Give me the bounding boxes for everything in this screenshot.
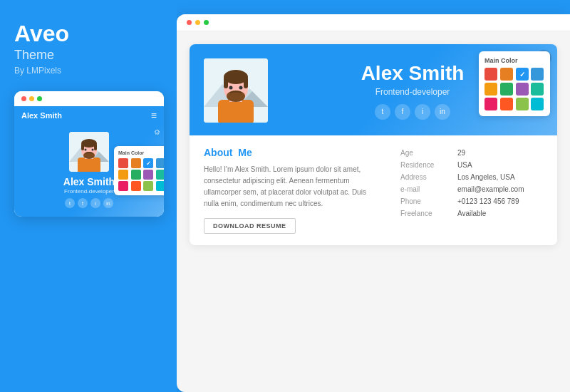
color-cell-main[interactable] — [531, 83, 544, 96]
color-cell-mini[interactable] — [118, 170, 128, 180]
about-heading: About Me — [204, 147, 379, 158]
info-row: FreelanceAvailable — [400, 207, 543, 220]
mobile-nav-bar: Alex Smith ≡ — [14, 106, 164, 125]
info-value[interactable]: email@example.com — [457, 183, 543, 195]
social-linkedin-mini[interactable]: in — [103, 198, 113, 208]
info-label: Address — [400, 171, 457, 183]
color-cell-main[interactable] — [484, 98, 497, 110]
social-linkedin[interactable]: in — [435, 104, 450, 120]
mobile-hero: ⚙ — [14, 125, 164, 217]
svg-rect-15 — [218, 100, 254, 123]
svg-point-23 — [239, 86, 243, 90]
info-label: Age — [400, 147, 457, 159]
about-section: About Me Hello! I'm Alex Smith. Lorem ip… — [190, 135, 557, 245]
brand-title: Aveo — [14, 21, 69, 46]
mobile-mockup: Alex Smith ≡ ⚙ — [14, 91, 164, 217]
color-cell-mini[interactable] — [143, 181, 153, 191]
profile-card: Alex Smith Frontend-developer t f i in ⚙… — [190, 44, 557, 245]
svg-rect-8 — [94, 143, 97, 150]
social-instagram-mini[interactable]: i — [90, 198, 100, 208]
mobile-socials: t f i in — [65, 198, 113, 208]
info-table: Age29ResidenceUSAAddressLos Angeles, USA… — [400, 147, 543, 220]
dot-yellow — [29, 96, 34, 101]
mobile-profile-role: Frontend-developer — [64, 188, 114, 195]
social-twitter[interactable]: t — [375, 104, 390, 120]
about-text: Hello! I'm Alex Smith. Lorem ipsum dolor… — [204, 164, 379, 210]
color-cell-main[interactable] — [484, 68, 497, 81]
svg-rect-3 — [78, 158, 100, 172]
color-cell-mini[interactable] — [143, 170, 153, 180]
dot-red — [21, 96, 26, 101]
info-value: 29 — [457, 147, 543, 159]
gear-icon-mini[interactable]: ⚙ — [154, 128, 160, 136]
social-twitter-mini[interactable]: t — [65, 198, 75, 208]
brand-by: By LMPixels — [14, 66, 61, 76]
info-row: Phone+0123 123 456 789 — [400, 195, 543, 207]
info-value: +0123 123 456 789 — [457, 195, 543, 207]
svg-rect-7 — [81, 143, 84, 150]
svg-point-10 — [85, 149, 87, 151]
color-grid-main — [484, 68, 544, 110]
color-cell-mini[interactable] — [118, 158, 128, 168]
about-heading-blue: Me — [238, 147, 252, 158]
about-heading-black: About — [204, 147, 232, 158]
info-value: Los Angeles, USA — [457, 171, 543, 183]
info-label: Residence — [400, 159, 457, 171]
color-cell-main[interactable] — [531, 98, 544, 110]
color-cell-mini[interactable] — [143, 158, 153, 168]
color-picker-mini-title: Main Color — [118, 150, 164, 155]
profile-socials: t f i in — [375, 104, 450, 120]
svg-rect-20 — [244, 77, 248, 88]
info-row: e-mailemail@example.com — [400, 183, 543, 195]
color-cell-mini[interactable] — [131, 170, 141, 180]
color-picker-main-title: Main Color — [484, 57, 544, 64]
svg-rect-19 — [224, 77, 228, 88]
browser-dot-yellow — [195, 20, 200, 25]
right-panel: Alex Smith Frontend-developer t f i in ⚙… — [177, 14, 570, 392]
profile-name: Alex Smith — [361, 62, 465, 85]
color-picker-mini: Main Color — [114, 146, 164, 195]
color-cell-mini[interactable] — [118, 181, 128, 191]
color-cell-mini[interactable] — [156, 158, 165, 168]
info-value: Available — [457, 207, 543, 220]
color-cell-main[interactable] — [516, 98, 529, 110]
color-cell-mini[interactable] — [131, 181, 141, 191]
color-cell-mini[interactable] — [156, 181, 165, 191]
color-grid-mini — [118, 158, 164, 191]
mobile-avatar — [69, 132, 109, 172]
about-left: About Me Hello! I'm Alex Smith. Lorem ip… — [204, 147, 379, 234]
download-resume-button[interactable]: DOWNLOAD RESUME — [204, 218, 296, 234]
left-panel: Aveo Theme By LMPixels Alex Smith ≡ ⚙ — [0, 0, 177, 392]
color-cell-main[interactable] — [516, 83, 529, 96]
info-row: ResidenceUSA — [400, 159, 543, 171]
color-cell-mini[interactable] — [156, 170, 165, 180]
browser-dot-green — [204, 20, 209, 25]
mobile-profile-name: Alex Smith — [63, 176, 115, 187]
info-label: Phone — [400, 195, 457, 207]
social-instagram[interactable]: i — [415, 104, 430, 120]
info-label: e-mail — [400, 183, 457, 195]
brand-subtitle: Theme — [14, 48, 54, 63]
profile-hero: Alex Smith Frontend-developer t f i in ⚙… — [190, 44, 557, 135]
color-cell-main[interactable] — [516, 68, 529, 81]
dot-green — [37, 96, 42, 101]
color-picker-main: Main Color — [479, 51, 550, 116]
color-cell-main[interactable] — [500, 68, 513, 81]
info-label: Freelance — [400, 207, 457, 220]
color-cell-main[interactable] — [484, 83, 497, 96]
hamburger-icon[interactable]: ≡ — [151, 110, 157, 120]
info-row: AddressLos Angeles, USA — [400, 171, 543, 183]
color-cell-main[interactable] — [531, 68, 544, 81]
color-cell-main[interactable] — [500, 83, 513, 96]
social-facebook-mini[interactable]: f — [78, 198, 88, 208]
info-row: Age29 — [400, 147, 543, 159]
social-facebook[interactable]: f — [395, 104, 410, 120]
browser-bar — [177, 14, 570, 31]
color-cell-mini[interactable] — [131, 158, 141, 168]
svg-point-11 — [92, 149, 94, 151]
about-right: Age29ResidenceUSAAddressLos Angeles, USA… — [400, 147, 543, 234]
mobile-nav-name: Alex Smith — [21, 111, 62, 120]
info-value: USA — [457, 159, 543, 171]
mobile-top-bar — [14, 91, 164, 106]
color-cell-main[interactable] — [500, 98, 513, 110]
